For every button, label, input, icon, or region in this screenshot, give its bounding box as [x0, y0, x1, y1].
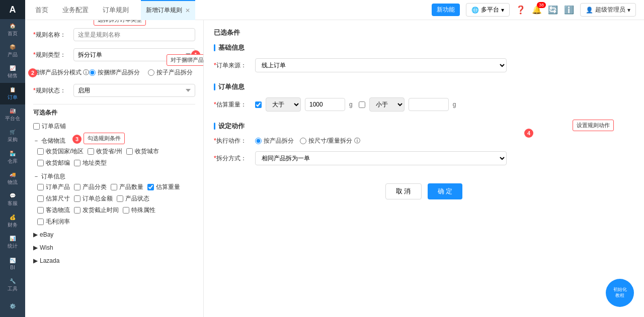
sidebar-item-tools[interactable]: 🔧 工具	[0, 274, 25, 295]
receive-country-checkbox[interactable]	[37, 148, 44, 155]
bundle-radio-2[interactable]	[148, 69, 154, 76]
logistics-icon: 🚚	[10, 172, 16, 177]
greater-than-select[interactable]: 大于	[266, 97, 301, 112]
product-quantity-item[interactable]: 产品数量	[111, 183, 143, 191]
by-size-weight-item[interactable]: 按尺寸/重量拆分 ⓘ	[300, 137, 360, 145]
order-source-select[interactable]: 线上订单	[255, 58, 507, 72]
postal-code-checkbox[interactable]	[37, 160, 44, 166]
confirm-button[interactable]: 确 定	[428, 183, 463, 199]
product-category-checkbox[interactable]	[74, 184, 80, 190]
badge-2: 2	[28, 68, 37, 77]
receive-city-checkbox[interactable]	[126, 148, 133, 155]
sidebar-item-storage[interactable]: 🏪 仓库	[0, 147, 25, 168]
tab-new-rule[interactable]: 新增订单规则 ✕	[141, 0, 195, 20]
order-store-checkbox[interactable]	[33, 123, 40, 130]
plus-icon-lazada: ▶	[33, 257, 38, 264]
plus-icon-ebay: ▶	[33, 231, 38, 238]
customer-logistics-checkbox[interactable]	[37, 207, 44, 214]
help-icon[interactable]: ❓	[516, 5, 526, 15]
bundle-option-1[interactable]: 按捆绑产品拆分	[89, 68, 140, 77]
product-status-label: 产品状态	[125, 194, 149, 203]
gross-margin-item[interactable]: 毛利润率	[37, 218, 70, 226]
sidebar-item-purchase[interactable]: 🛒 采购	[0, 126, 25, 147]
address-type-checkbox[interactable]	[74, 160, 80, 166]
tab-close-icon[interactable]: ✕	[185, 7, 190, 14]
section-bar-basic	[214, 44, 215, 51]
product-category-item[interactable]: 产品分类	[74, 183, 107, 191]
order-product-checkbox[interactable]	[37, 184, 44, 190]
product-quantity-checkbox[interactable]	[111, 184, 117, 190]
estimate-weight-checkbox[interactable]	[147, 184, 154, 190]
refresh-icon[interactable]: 🔄	[548, 5, 558, 15]
rule-name-input[interactable]	[73, 28, 195, 41]
order-total-item[interactable]: 订单总金额	[74, 194, 113, 203]
by-product-radio[interactable]	[255, 138, 262, 144]
by-product-split-item[interactable]: 按产品拆分	[255, 137, 294, 145]
receive-city-label: 收货城市	[135, 147, 159, 156]
tab-business[interactable]: 业务配置	[60, 0, 91, 20]
new-feature-button[interactable]: 新功能	[432, 4, 460, 16]
order-info-header[interactable]: － 订单信息	[33, 170, 195, 183]
cancel-button[interactable]: 取 消	[385, 183, 422, 199]
gross-margin-checkbox[interactable]	[37, 219, 44, 225]
rule-status-row: *规则状态： 启用	[33, 84, 195, 97]
sidebar-item-order[interactable]: 📋 订单	[0, 83, 25, 104]
special-attr-item[interactable]: 特殊属性	[123, 206, 155, 215]
receive-country-item[interactable]: 收货国家/地区	[37, 147, 84, 156]
sidebar-item-home[interactable]: 🏠 首页	[0, 19, 25, 40]
product-status-item[interactable]: 产品状态	[117, 194, 149, 203]
sidebar-item-product[interactable]: 📦 产品	[0, 41, 25, 62]
ship-deadline-item[interactable]: 发货截止时间	[74, 206, 119, 215]
weight-checkbox-1[interactable]	[255, 101, 262, 108]
bundle-radio-1[interactable]	[89, 69, 96, 76]
bundle-option-2[interactable]: 按子产品拆分	[148, 68, 193, 77]
admin-button[interactable]: 👤 超级管理员 ▾	[580, 3, 636, 17]
sidebar-item-sales[interactable]: 📈 销售	[0, 62, 25, 83]
sidebar-item-service[interactable]: 💬 客服	[0, 189, 25, 210]
estimate-size-checkbox[interactable]	[37, 195, 44, 202]
ebay-header[interactable]: ▶ eBay	[33, 229, 195, 240]
notification-icon[interactable]: 🔔 38	[532, 5, 542, 15]
customer-logistics-item[interactable]: 客选物流	[37, 206, 70, 215]
platform-button[interactable]: 🌐 多平台 ▾	[466, 3, 510, 17]
special-attr-checkbox[interactable]	[123, 207, 129, 214]
ship-deadline-checkbox[interactable]	[74, 207, 80, 214]
warehouse-checkboxes-row2: 收货邮编 地址类型	[37, 159, 195, 167]
estimate-weight-item[interactable]: 估算重量	[147, 183, 180, 191]
split-method-select[interactable]: 相同产品拆为一单	[255, 151, 507, 165]
address-type-item[interactable]: 地址类型	[74, 159, 107, 167]
globe-icon: 🌐	[471, 7, 479, 14]
receive-province-item[interactable]: 收货省/州	[88, 147, 122, 156]
top-right: 新功能 🌐 多平台 ▾ ❓ 🔔 38 🔄 ℹ️ 👤 超级管理员 ▾	[432, 3, 636, 17]
guide-bubble[interactable]: 初始化教程	[606, 279, 634, 307]
basic-info-section: 基础信息 *订单来源： 线上订单	[214, 43, 634, 72]
sidebar-item-finance[interactable]: 💰 财务	[0, 210, 25, 232]
tab-home[interactable]: 首页	[33, 0, 50, 20]
postal-code-item[interactable]: 收货邮编	[37, 159, 70, 167]
receive-city-item[interactable]: 收货城市	[126, 147, 159, 156]
weight-value-input-1[interactable]	[305, 98, 345, 111]
order-store-checkbox-item[interactable]: 订单店铺	[33, 122, 195, 131]
sidebar-item-logistics[interactable]: 🚚 物流	[0, 168, 25, 189]
wish-header[interactable]: ▶ Wish	[33, 242, 195, 253]
sidebar-item-warehouse[interactable]: 🏭 平台仓	[0, 104, 25, 126]
product-status-checkbox[interactable]	[117, 195, 123, 202]
estimate-size-item[interactable]: 估算尺寸	[37, 194, 70, 203]
order-info-right-header: 订单信息	[214, 82, 634, 91]
weight-checkbox-2[interactable]	[359, 101, 365, 108]
by-size-radio[interactable]	[300, 138, 306, 144]
content-area: *规则名称： 选择拆分订单类型 *规则类型： 拆分订单 1	[25, 20, 644, 317]
order-product-item[interactable]: 订单产品	[37, 183, 70, 191]
lazada-header[interactable]: ▶ Lazada	[33, 255, 195, 266]
sidebar-item-stats-label: 统计	[8, 243, 18, 250]
info-icon[interactable]: ℹ️	[564, 5, 574, 15]
receive-province-checkbox[interactable]	[88, 148, 94, 155]
rule-status-select[interactable]: 启用	[73, 84, 195, 97]
sidebar-item-bi[interactable]: 📉 BI	[0, 253, 25, 274]
tab-order-rules[interactable]: 订单规则	[101, 0, 131, 20]
sidebar-item-settings[interactable]: ⚙️	[0, 296, 25, 317]
order-total-checkbox[interactable]	[74, 195, 80, 202]
weight-value-input-2[interactable]	[409, 98, 449, 111]
less-than-select[interactable]: 小于	[369, 97, 405, 112]
sidebar-item-stats[interactable]: 📊 统计	[0, 232, 25, 253]
